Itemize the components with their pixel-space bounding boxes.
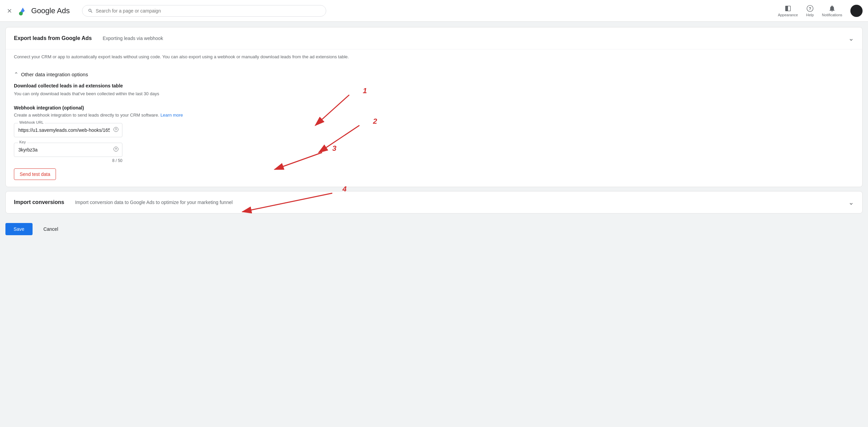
import-card-header: Import conversions Import conversion dat…	[6, 191, 862, 213]
download-leads-desc: You can only download leads that've been…	[14, 90, 854, 97]
export-leads-header: Export leads from Google Ads Exporting l…	[6, 27, 862, 49]
other-data-header[interactable]: ⌃ Other data integration options	[6, 66, 862, 80]
section-description: Connect your CRM or app to automatically…	[6, 49, 862, 66]
avatar[interactable]	[850, 5, 863, 17]
import-expand-icon[interactable]: ⌄	[848, 198, 854, 206]
svg-point-3	[19, 12, 23, 15]
section-title: Export leads from Google Ads	[14, 35, 92, 41]
svg-rect-5	[785, 6, 788, 11]
help-icon: ?	[806, 5, 814, 12]
search-input[interactable]	[96, 8, 320, 14]
webhook-section: Webhook integration (optional) Create a …	[6, 102, 862, 187]
import-card-left: Import conversions Import conversion dat…	[14, 199, 233, 205]
app-header: Google Ads Appearance ? Help	[0, 0, 868, 22]
other-data-title: Other data integration options	[21, 72, 88, 77]
brand-name: Google Ads	[31, 6, 70, 15]
save-button[interactable]: Save	[5, 223, 33, 235]
header-actions: Appearance ? Help Notifications	[778, 5, 863, 17]
search-icon	[88, 8, 93, 14]
download-leads-title: Download collected leads in ad extension…	[14, 83, 854, 88]
bottom-actions: Save Cancel	[5, 218, 863, 241]
svg-text:?: ?	[115, 128, 117, 131]
close-button[interactable]	[5, 7, 14, 15]
google-ads-logo-icon	[18, 5, 28, 16]
help-button[interactable]: ? Help	[806, 5, 814, 17]
logo: Google Ads	[18, 5, 70, 16]
learn-more-link[interactable]: Learn more	[160, 113, 183, 118]
notifications-button[interactable]: Notifications	[822, 5, 842, 17]
cancel-button[interactable]: Cancel	[38, 223, 64, 235]
appearance-icon	[784, 5, 792, 12]
notifications-icon	[828, 5, 836, 12]
webhook-url-input-wrapper[interactable]: ?	[14, 123, 122, 137]
webhook-url-label: Webhook URL	[18, 120, 45, 124]
import-card-desc: Import conversion data to Google Ads to …	[75, 200, 233, 205]
key-input[interactable]	[18, 147, 110, 152]
main-content: Export leads from Google Ads Exporting l…	[0, 22, 868, 246]
webhook-title: Webhook integration (optional)	[14, 105, 854, 110]
webhook-desc: Create a webhook integration to send lea…	[14, 113, 854, 118]
key-group: Key ? 8 / 50	[14, 143, 122, 163]
svg-text:?: ?	[115, 147, 117, 151]
webhook-url-help-icon[interactable]: ?	[113, 127, 119, 134]
import-card-title: Import conversions	[14, 199, 64, 205]
export-leads-card: Export leads from Google Ads Exporting l…	[5, 27, 863, 187]
notifications-label: Notifications	[822, 13, 842, 17]
key-label: Key	[18, 140, 27, 144]
section-header-left: Export leads from Google Ads Exporting l…	[14, 35, 163, 41]
key-input-wrapper[interactable]: ?	[14, 143, 122, 157]
webhook-url-group: Webhook URL ?	[14, 123, 122, 137]
svg-text:?: ?	[809, 6, 811, 11]
webhook-url-input[interactable]	[18, 127, 110, 133]
key-help-icon[interactable]: ?	[113, 146, 119, 153]
send-test-button[interactable]: Send test data	[14, 168, 56, 180]
appearance-label: Appearance	[778, 13, 798, 17]
appearance-button[interactable]: Appearance	[778, 5, 798, 17]
collapse-icon[interactable]: ⌄	[848, 34, 854, 42]
chevron-up-icon: ⌃	[14, 71, 18, 78]
download-leads-block: Download collected leads in ad extension…	[6, 80, 862, 103]
import-conversions-card: Import conversions Import conversion dat…	[5, 191, 863, 214]
search-bar[interactable]	[82, 5, 326, 17]
char-count: 8 / 50	[14, 158, 122, 163]
help-label: Help	[806, 13, 814, 17]
section-subtitle: Exporting leads via webhook	[103, 36, 163, 41]
